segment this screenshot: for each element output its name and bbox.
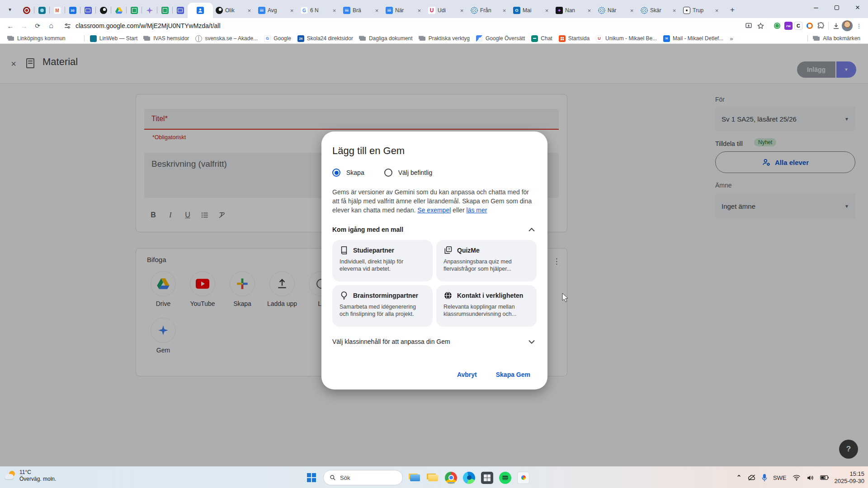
back-button[interactable] xyxy=(5,20,16,32)
bookmark-folder[interactable]: IVAS hemsidor xyxy=(141,35,192,42)
bookmark-item[interactable]: Unikum - Mikael Be... xyxy=(593,35,660,42)
bookmark-folder[interactable]: Dagliga dokument xyxy=(356,35,416,42)
downloads-icon[interactable] xyxy=(832,22,840,30)
tab-close-icon[interactable] xyxy=(246,7,253,14)
extensions-puzzle-icon[interactable] xyxy=(817,22,825,30)
template-card-brainstorming-partner[interactable]: Brainstormingpartner Samarbeta med idége… xyxy=(332,285,433,327)
browser-tab[interactable]: Nan xyxy=(553,3,595,18)
pinned-tab-teal-app[interactable] xyxy=(34,3,49,18)
pinned-tab-record[interactable] xyxy=(19,3,34,18)
tab-close-icon[interactable] xyxy=(543,7,550,14)
folder-icon[interactable] xyxy=(427,472,439,484)
tab-close-icon[interactable] xyxy=(501,7,508,14)
template-card-study-partner[interactable]: Studiepartner Individuell, direkt hjälp … xyxy=(332,240,433,282)
bookmark-item[interactable]: Mail - Mikael Detlef... xyxy=(660,35,726,42)
pinned-tab-notebooklm[interactable] xyxy=(96,3,111,18)
active-tab-classroom-people[interactable] xyxy=(188,3,213,18)
volume-icon[interactable] xyxy=(807,474,814,481)
browser-tab[interactable]: När xyxy=(383,3,425,18)
maximize-button[interactable] xyxy=(826,0,847,15)
cancel-button[interactable]: Avbryt xyxy=(450,367,484,382)
install-icon[interactable] xyxy=(745,22,752,29)
bookmark-item[interactable]: LinWeb — Start xyxy=(87,35,141,42)
browser-tab[interactable]: Olik xyxy=(213,3,255,18)
bookmark-item[interactable]: Skola24 direktsidor xyxy=(294,35,356,42)
pinned-tab-gemini[interactable] xyxy=(142,3,157,18)
new-tab-button[interactable] xyxy=(726,4,738,16)
language-indicator[interactable]: SWE xyxy=(773,474,787,481)
read-more-link[interactable]: läs mer xyxy=(467,206,487,214)
battery-icon[interactable] xyxy=(820,475,829,480)
templates-section-header[interactable]: Kom igång med en mall xyxy=(332,225,537,235)
tab-close-icon[interactable] xyxy=(373,7,380,14)
tab-close-icon[interactable] xyxy=(331,7,338,14)
tab-close-icon[interactable] xyxy=(416,7,423,14)
browser-tab[interactable]: Trup xyxy=(680,3,723,18)
taskbar-search[interactable]: Sök xyxy=(323,470,403,485)
site-info-icon[interactable] xyxy=(64,23,71,29)
window-close-button[interactable] xyxy=(847,0,868,15)
tab-close-icon[interactable] xyxy=(586,7,593,14)
tab-search-icon[interactable] xyxy=(4,3,16,16)
bookmark-apps-grid[interactable] xyxy=(69,35,82,42)
browser-tab[interactable]: Från xyxy=(468,3,510,18)
browser-tab[interactable]: Udi xyxy=(425,3,468,18)
browser-tab[interactable]: Mai xyxy=(510,3,553,18)
radio-create[interactable]: Skapa xyxy=(332,169,364,177)
wifi-icon[interactable] xyxy=(793,474,801,481)
browser-tab[interactable]: Skär xyxy=(638,3,680,18)
o-extension-icon[interactable] xyxy=(804,20,815,31)
chrome-icon[interactable] xyxy=(445,472,457,484)
class-content-section-header[interactable]: Välj klassinnehåll för att anpassa din G… xyxy=(332,337,537,347)
file-explorer-icon[interactable] xyxy=(409,472,421,484)
onedrive-paused-icon[interactable] xyxy=(748,474,756,481)
reload-button[interactable] xyxy=(32,20,43,32)
address-bar[interactable]: classroom.google.com/w/MjE2MjU0NTYwMzda/… xyxy=(59,19,770,32)
start-button[interactable] xyxy=(306,472,317,483)
photos-app-icon[interactable] xyxy=(517,472,529,484)
spotify-icon[interactable] xyxy=(499,472,511,484)
pinned-tab-classroom[interactable] xyxy=(80,3,95,18)
tab-close-icon[interactable] xyxy=(671,7,678,14)
browser-tab[interactable]: 6 N xyxy=(298,3,340,18)
bookmark-item[interactable]: Google xyxy=(261,35,294,42)
pinned-tab-drive[interactable] xyxy=(111,3,126,18)
see-examples-link[interactable]: Se exempel xyxy=(417,206,451,214)
screencast-extension-icon[interactable] xyxy=(772,20,783,31)
home-button[interactable] xyxy=(45,20,57,32)
template-card-quizme[interactable]: ? QuizMe Anpassningsbara quiz med flerva… xyxy=(436,240,537,282)
readwrite-extension-icon[interactable] xyxy=(784,22,793,30)
browser-tab[interactable]: Brä xyxy=(340,3,383,18)
radio-choose-existing[interactable]: Välj befintlig xyxy=(384,169,433,177)
bookmark-folder[interactable]: Praktiska verktyg xyxy=(416,35,473,42)
bookmark-item[interactable]: Startsida xyxy=(556,35,593,42)
c-extension-icon[interactable] xyxy=(794,22,802,30)
tab-close-icon[interactable] xyxy=(288,7,295,14)
profile-avatar[interactable] xyxy=(842,20,853,31)
bookmarks-overflow-icon[interactable] xyxy=(726,35,736,42)
bookmark-folder[interactable]: Linköpings kommun xyxy=(5,35,69,42)
bookmark-item[interactable]: svenska.se – Akade... xyxy=(192,35,261,42)
minimize-button[interactable] xyxy=(806,0,826,15)
microphone-icon[interactable] xyxy=(762,474,767,482)
tab-close-icon[interactable] xyxy=(458,7,465,14)
tab-close-icon[interactable] xyxy=(713,7,720,14)
bookmark-star-icon[interactable] xyxy=(757,22,764,30)
browser-tab[interactable]: Avg xyxy=(255,3,298,18)
taskbar-clock[interactable]: 15:15 2025-09-30 xyxy=(835,470,865,485)
bookmark-item[interactable]: Google Översätt xyxy=(473,35,528,42)
office-app-icon[interactable] xyxy=(481,472,493,484)
pinned-tab-sheets-2[interactable] xyxy=(157,3,172,18)
forward-button[interactable] xyxy=(18,20,30,32)
pinned-tab-gmail[interactable] xyxy=(50,3,65,18)
all-bookmarks-button[interactable]: Alla bokmärken xyxy=(810,35,863,42)
tab-close-icon[interactable] xyxy=(628,7,635,14)
pinned-tab-classroom-2[interactable] xyxy=(173,3,188,18)
bookmark-item[interactable]: Chat xyxy=(528,35,555,42)
pinned-tab-calendar[interactable] xyxy=(65,3,80,18)
weather-widget[interactable]: 11°C Överväg. moln. xyxy=(5,469,56,483)
template-card-real-world-connection[interactable]: Kontakt i verkligheten Relevanta kopplin… xyxy=(436,285,537,327)
pinned-tab-sheets[interactable] xyxy=(127,3,142,18)
hidden-icons-chevron[interactable] xyxy=(736,474,742,482)
browser-tab[interactable]: När xyxy=(595,3,638,18)
